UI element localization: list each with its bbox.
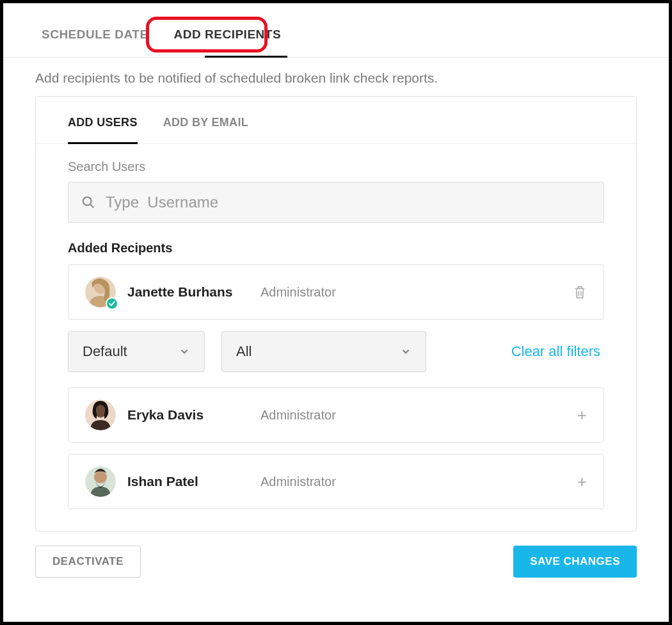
- chevron-down-icon: [179, 346, 190, 357]
- add-user-button[interactable]: +: [577, 473, 587, 490]
- sort-select-value: Default: [83, 343, 127, 360]
- tab-schedule-date[interactable]: SCHEDULE DATE: [35, 22, 155, 57]
- avatar: [85, 466, 116, 497]
- user-role: Administrator: [260, 408, 566, 423]
- main-tabs: SCHEDULE DATE ADD RECIPIENTS: [3, 3, 669, 58]
- available-user-row: Ishan Patel Administrator +: [68, 454, 604, 509]
- deactivate-button[interactable]: DEACTIVATE: [35, 546, 141, 578]
- clear-filters-link[interactable]: Clear all filters: [511, 343, 600, 360]
- svg-line-1: [90, 204, 93, 207]
- remove-user-button[interactable]: [573, 284, 587, 300]
- svg-point-0: [83, 197, 92, 206]
- added-recipients-title: Added Recipents: [68, 241, 604, 256]
- user-name: Ishan Patel: [127, 474, 249, 489]
- tab-add-recipients[interactable]: ADD RECIPIENTS: [168, 22, 287, 57]
- sub-tabs: ADD USERS ADD BY EMAIL: [36, 97, 636, 144]
- avatar: [85, 277, 116, 307]
- user-role: Administrator: [260, 285, 561, 300]
- subtab-add-users[interactable]: ADD USERS: [68, 116, 138, 143]
- user-name: Eryka Davis: [127, 407, 249, 423]
- footer-actions: DEACTIVATE SAVE CHANGES: [3, 532, 669, 578]
- trash-icon: [573, 284, 587, 300]
- user-name: Janette Burhans: [127, 284, 249, 300]
- add-user-button[interactable]: +: [577, 407, 587, 423]
- filters-row: Default All Clear all filters: [68, 331, 604, 372]
- search-label: Search Users: [68, 159, 604, 174]
- role-filter-value: All: [236, 343, 252, 360]
- role-filter-select[interactable]: All: [221, 331, 426, 372]
- save-changes-button[interactable]: SAVE CHANGES: [513, 546, 637, 578]
- verified-badge-icon: [106, 297, 118, 310]
- search-input[interactable]: [106, 193, 591, 211]
- plus-icon: +: [577, 472, 587, 491]
- svg-point-12: [94, 471, 107, 483]
- sort-select[interactable]: Default: [68, 331, 205, 372]
- recipients-card: ADD USERS ADD BY EMAIL Search Users Adde…: [35, 96, 637, 532]
- avatar: [85, 400, 116, 430]
- available-user-row: Eryka Davis Administrator +: [68, 387, 604, 442]
- subtab-add-by-email[interactable]: ADD BY EMAIL: [163, 116, 248, 143]
- page-description: Add recipients to be notified of schedul…: [3, 58, 669, 96]
- search-icon: [81, 195, 95, 209]
- search-field[interactable]: [68, 182, 604, 223]
- user-role: Administrator: [260, 475, 566, 489]
- chevron-down-icon: [400, 346, 412, 357]
- added-user-row: Janette Burhans Administrator: [68, 264, 604, 320]
- plus-icon: +: [577, 405, 587, 425]
